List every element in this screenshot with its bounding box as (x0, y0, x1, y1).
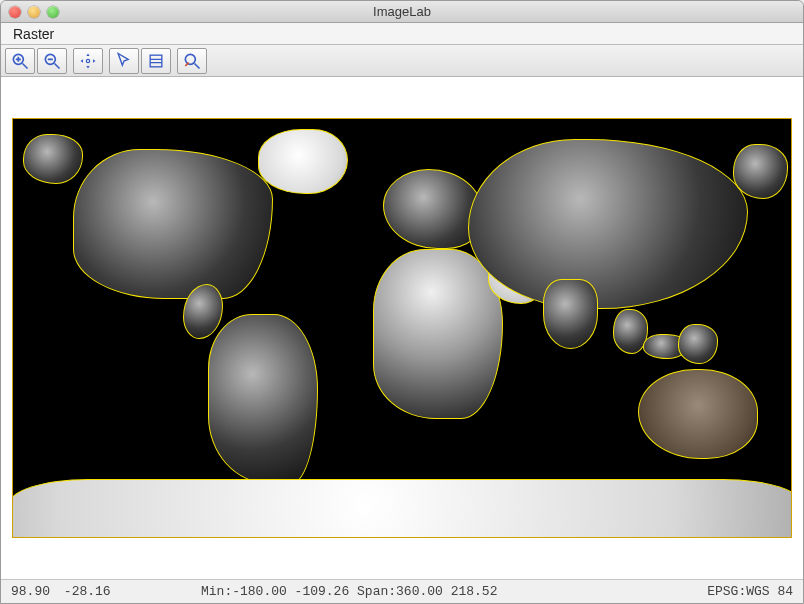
landmass (678, 324, 718, 364)
table-icon (146, 51, 166, 71)
pointer-icon (114, 51, 134, 71)
window-title: ImageLab (1, 4, 803, 19)
landmass (638, 369, 758, 459)
landmass (208, 314, 318, 484)
landmass (12, 479, 792, 538)
svg-line-12 (195, 63, 200, 68)
landmass (543, 279, 598, 349)
status-extent: Min:-180.00 -109.26 Span:360.00 218.52 (181, 584, 653, 599)
zoom-group (5, 48, 67, 74)
cursor-y: -28.16 (58, 584, 111, 599)
zoom-in-button[interactable] (5, 48, 35, 74)
pointer-button[interactable] (109, 48, 139, 74)
inspect-button[interactable] (177, 48, 207, 74)
cursor-x: 98.90 (11, 584, 50, 599)
statusbar: 98.90 -28.16 Min:-180.00 -109.26 Span:36… (1, 579, 803, 603)
menu-raster[interactable]: Raster (7, 24, 60, 44)
landmass (73, 149, 273, 299)
svg-line-5 (55, 63, 60, 68)
svg-line-1 (23, 63, 28, 68)
zoom-out-icon (42, 51, 62, 71)
pan-button[interactable] (73, 48, 103, 74)
pan-group (73, 48, 103, 74)
map-canvas[interactable] (12, 118, 792, 538)
map-viewport (1, 77, 803, 579)
table-button[interactable] (141, 48, 171, 74)
status-cursor: 98.90 -28.16 (11, 584, 181, 599)
landmass (258, 129, 348, 194)
status-crs: EPSG:WGS 84 (653, 584, 793, 599)
svg-rect-8 (150, 55, 162, 67)
zoom-in-icon (10, 51, 30, 71)
inspect-group (177, 48, 207, 74)
landmass (23, 134, 83, 184)
select-group (109, 48, 171, 74)
inspect-icon (182, 51, 202, 71)
menubar: Raster (1, 23, 803, 45)
titlebar: ImageLab (1, 1, 803, 23)
landmass (733, 144, 788, 199)
landmass (373, 249, 503, 419)
toolbar (1, 45, 803, 77)
landmass (468, 139, 748, 309)
pan-icon (78, 51, 98, 71)
svg-point-11 (185, 54, 195, 64)
zoom-out-button[interactable] (37, 48, 67, 74)
svg-point-7 (86, 59, 89, 62)
